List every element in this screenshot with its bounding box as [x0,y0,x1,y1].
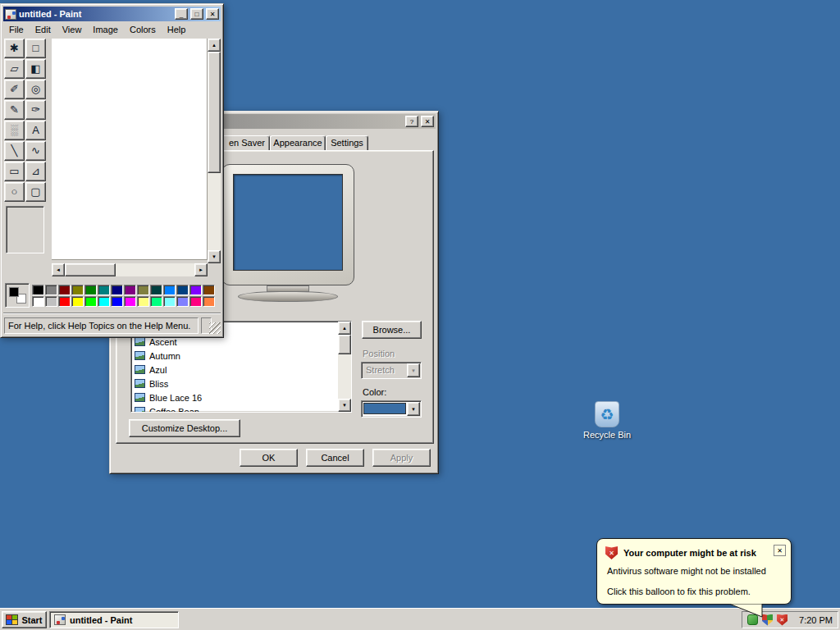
palette-swatch[interactable] [71,285,84,295]
palette-swatch[interactable] [189,285,202,295]
menu-image[interactable]: Image [87,23,124,36]
menu-view[interactable]: View [57,23,88,36]
menu-help[interactable]: Help [162,23,192,36]
scroll-left-button[interactable]: ◄ [52,263,65,276]
tool-rounded-rectangle[interactable]: ▢ [25,182,46,202]
tool-polygon[interactable]: ⊿ [25,162,46,181]
menu-edit[interactable]: Edit [30,23,57,36]
position-label: Position [363,349,395,358]
cancel-button[interactable]: Cancel [306,449,364,467]
palette-swatch[interactable] [45,296,57,307]
palette-swatch[interactable] [137,296,149,307]
palette-swatch[interactable] [203,296,215,307]
palette-swatch[interactable] [111,285,123,295]
tool-brush[interactable]: ✑ [25,100,46,120]
position-dropdown-arrow-icon[interactable]: ▼ [407,363,420,377]
recycle-bin[interactable]: ♻ Recycle Bin [578,401,637,440]
scroll-up-button[interactable]: ▲ [208,39,221,52]
palette-swatch[interactable] [32,296,44,307]
dialog-help-button[interactable]: ? [405,116,418,127]
minimize-button[interactable]: _ [175,8,188,20]
canvas-horizontal-scrollbar[interactable]: ◄ ► [52,263,208,276]
palette-swatch[interactable] [124,285,136,295]
palette-swatch[interactable] [71,296,84,307]
palette-swatch[interactable] [150,285,162,295]
palette-swatch[interactable] [137,285,149,295]
list-item[interactable]: Coffee Bean [131,404,351,413]
list-scrollbar[interactable]: ▲ ▼ [338,322,351,412]
tool-line[interactable]: ╲ [4,141,25,161]
palette-swatch[interactable] [98,285,110,295]
palette-swatch[interactable] [163,285,176,295]
ok-button[interactable]: OK [240,449,298,467]
list-scrollbar-thumb[interactable] [338,335,351,354]
palette-swatch[interactable] [58,296,71,307]
palette-swatch[interactable] [58,285,71,295]
maximize-button[interactable]: □ [190,8,203,20]
browse-button[interactable]: Browse... [362,321,422,339]
tool-options-box[interactable] [6,206,44,253]
tool-airbrush[interactable]: ░ [4,121,25,140]
menu-colors[interactable]: Colors [124,23,162,36]
security-alert-icon[interactable]: ✕ [777,614,788,626]
taskbar-clock[interactable]: 7:20 PM [799,615,833,625]
resize-grip[interactable] [209,322,221,334]
paint-titlebar[interactable]: untitled - Paint _ □ ✕ [3,7,221,21]
palette-swatch[interactable] [176,285,189,295]
scroll-down-button[interactable]: ▼ [208,250,221,263]
tool-fill-with-color[interactable]: ◧ [25,59,46,79]
tab-settings[interactable]: Settings [326,135,368,151]
palette-swatch[interactable] [32,285,44,295]
list-item[interactable]: Autumn [131,349,351,363]
palette-swatch[interactable] [84,285,97,295]
list-item[interactable]: Blue Lace 16 [131,390,351,404]
palette-swatch[interactable] [111,296,123,307]
tool-pick-color[interactable]: ✐ [4,80,25,99]
paint-app-icon [5,9,16,20]
start-button[interactable]: Start [2,611,47,628]
tool-eraser[interactable]: ▱ [4,59,25,79]
list-item[interactable]: Bliss [131,377,351,390]
status-message: For Help, click Help Topics on the Help … [4,317,199,334]
list-scroll-up-button[interactable]: ▲ [338,322,351,335]
vertical-scrollbar-thumb[interactable] [208,52,221,173]
list-item[interactable]: Azul [131,363,351,377]
canvas-vertical-scrollbar[interactable]: ▲ ▼ [208,39,221,263]
color-dropdown-arrow-icon[interactable]: ▼ [407,402,420,416]
palette-swatch[interactable] [98,296,110,307]
tool-text[interactable]: A [25,121,46,140]
palette-swatch[interactable] [189,296,202,307]
palette-swatch[interactable] [163,296,176,307]
tab-appearance[interactable]: Appearance [270,135,326,151]
apply-button[interactable]: Apply [372,449,431,467]
tool-magnifier[interactable]: ◎ [25,80,46,99]
menu-file[interactable]: File [3,23,30,36]
list-scroll-down-button[interactable]: ▼ [338,399,351,412]
paint-app-icon [54,614,66,625]
security-balloon[interactable]: ✕ Your computer might be at risk ✕ Antiv… [596,538,792,605]
palette-swatch[interactable] [203,285,215,295]
scroll-right-button[interactable]: ► [194,263,208,276]
dialog-close-button[interactable]: ✕ [421,116,434,127]
security-center-icon[interactable] [762,614,773,626]
paint-canvas[interactable] [52,39,208,260]
current-colors-indicator[interactable] [5,283,30,308]
tool-ellipse[interactable]: ○ [4,182,25,202]
tool-curve[interactable]: ∿ [25,141,46,161]
customize-desktop-button[interactable]: Customize Desktop... [129,419,240,437]
horizontal-scrollbar-thumb[interactable] [65,263,116,276]
palette-swatch[interactable] [150,296,162,307]
taskbar-task-paint[interactable]: untitled - Paint [49,611,179,628]
palette-swatch[interactable] [124,296,136,307]
palette-swatch[interactable] [45,285,57,295]
tool-free-form-select[interactable]: ✱ [4,39,25,58]
close-button[interactable]: ✕ [206,8,219,20]
palette-swatch[interactable] [176,296,189,307]
tool-select[interactable]: □ [25,39,46,58]
palette-swatch[interactable] [84,296,97,307]
color-select[interactable]: ▼ [361,400,422,418]
tool-pencil[interactable]: ✎ [4,100,25,120]
position-select[interactable]: Stretch ▼ [361,362,422,379]
tool-rectangle[interactable]: ▭ [4,162,25,181]
balloon-close-button[interactable]: ✕ [774,545,786,556]
